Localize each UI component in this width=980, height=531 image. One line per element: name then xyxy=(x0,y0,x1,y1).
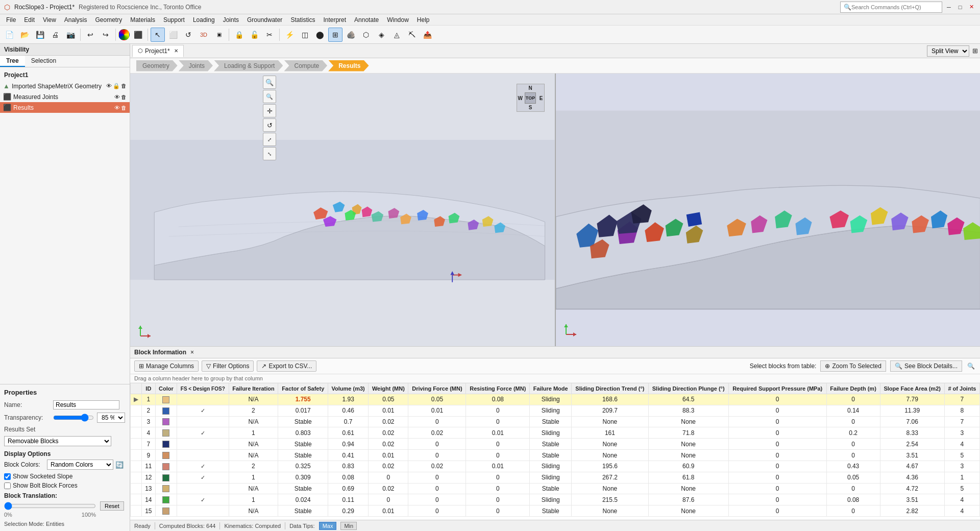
table-row[interactable]: 2✓20.0170.460.010.010Sliding209.788.300.… xyxy=(131,405,980,416)
table-row[interactable]: 13N/AStable0.690.0200StableNoneNone004.7… xyxy=(131,483,980,494)
wf-results[interactable]: Results xyxy=(328,60,369,71)
menu-analysis[interactable]: Analysis xyxy=(60,15,91,25)
export-csv-button[interactable]: ↗ Export to CSV... xyxy=(257,360,316,372)
doc-tab-project[interactable]: ⬡ Project1* ✕ xyxy=(132,45,184,57)
block-colors-select[interactable]: Random Colors xyxy=(47,460,113,470)
lock-icon[interactable]: 🔒 xyxy=(232,28,246,42)
print-button[interactable]: 🖨 xyxy=(48,28,62,42)
results-set-select[interactable]: Removable Blocks xyxy=(4,436,111,446)
menu-edit[interactable]: Edit xyxy=(20,15,39,25)
tab-selection[interactable]: Selection xyxy=(25,56,62,67)
viewport-left[interactable]: N S E W TOP xyxy=(130,74,556,346)
export-btn[interactable]: 📤 xyxy=(420,28,434,42)
col-failure-depth[interactable]: Failure Depth (m) xyxy=(826,383,880,394)
zoom-in-btn[interactable]: 🔍 xyxy=(263,76,276,89)
table-search-icon[interactable]: 🔍 xyxy=(966,361,976,371)
tree-item-results[interactable]: ⬛ Results 👁 🗑 xyxy=(0,102,130,113)
front-btn[interactable]: ▣ xyxy=(212,28,226,42)
transparency-select[interactable]: 85 % xyxy=(97,413,125,423)
col-weight[interactable]: Weight (MN) xyxy=(369,383,408,394)
wf-compute[interactable]: Compute xyxy=(284,60,327,71)
color-button[interactable] xyxy=(118,29,130,40)
snap-btn[interactable]: ⚡ xyxy=(282,28,297,42)
wf-loading[interactable]: Loading & Support xyxy=(214,60,283,71)
rotate-btn[interactable]: ↺ xyxy=(181,28,195,42)
command-search[interactable]: 🔍 xyxy=(840,2,942,13)
table-row[interactable]: ▶1N/A1.7551.930.050.050.08Sliding168.664… xyxy=(131,394,980,405)
transparency-slider[interactable] xyxy=(53,414,94,422)
menu-help[interactable]: Help xyxy=(413,15,434,25)
view-toggle[interactable]: ⬛ xyxy=(131,28,145,42)
col-volume[interactable]: Volume (m3) xyxy=(328,383,368,394)
eye-icon-joints[interactable]: 👁 xyxy=(114,94,120,100)
col-fos[interactable]: Factor of Safety xyxy=(278,383,328,394)
table-row[interactable]: 9N/AStable0.410.0100StableNoneNone003.51… xyxy=(131,450,980,461)
show-bolt-checkbox[interactable] xyxy=(4,482,11,489)
menu-groundwater[interactable]: Groundwater xyxy=(243,15,286,25)
table-row[interactable]: 12✓10.3090.08000Sliding267.261.800.054.3… xyxy=(131,472,980,483)
expand-icon[interactable]: ⊞ xyxy=(972,47,978,55)
col-sliding-trend[interactable]: Sliding Direction Trend (°) xyxy=(572,383,648,394)
lock-icon-geo[interactable]: 🔒 xyxy=(113,83,120,89)
col-slope-area[interactable]: Slope Face Area (m2) xyxy=(880,383,944,394)
maximize-button[interactable]: □ xyxy=(955,3,965,12)
minimize-button[interactable]: ─ xyxy=(944,3,953,12)
delete-icon-geo[interactable]: 🗑 xyxy=(121,83,127,89)
menu-annotate[interactable]: Annotate xyxy=(350,15,383,25)
col-num-joints[interactable]: # of Joints xyxy=(944,383,979,394)
manage-columns-button[interactable]: ⊞ Manage Columns xyxy=(134,360,199,372)
col-color[interactable]: Color xyxy=(155,383,177,394)
table-row[interactable]: 7N/AStable0.940.0200StableNoneNone002.54… xyxy=(131,439,980,450)
refresh-icon[interactable]: 🔄 xyxy=(115,461,124,469)
max-badge[interactable]: Max xyxy=(319,522,337,530)
menu-joints[interactable]: Joints xyxy=(219,15,243,25)
close-button[interactable]: ✕ xyxy=(967,3,976,12)
menu-file[interactable]: File xyxy=(2,15,20,25)
select-arrow[interactable]: ↖ xyxy=(151,28,165,42)
rotate-3d-btn[interactable]: ↺ xyxy=(263,118,276,132)
new-button[interactable]: 📄 xyxy=(2,28,16,42)
col-req-support[interactable]: Required Support Pressure (MPa) xyxy=(728,383,826,394)
table-row[interactable]: 14✓10.0240.11000Sliding215.587.600.083.5… xyxy=(131,494,980,505)
table-row[interactable]: 3N/AStable0.70.0200StableNoneNone007.067 xyxy=(131,416,980,427)
col-driving-force[interactable]: Driving Force (MN) xyxy=(408,383,466,394)
eye-icon-geo[interactable]: 👁 xyxy=(106,83,112,89)
open-button[interactable]: 📂 xyxy=(17,28,32,42)
reset-button[interactable]: Reset xyxy=(100,501,124,511)
doc-tab-close[interactable]: ✕ xyxy=(174,48,178,54)
tree-item-geometry[interactable]: ▲ Imported ShapeMetriX Geometry 👁 🔒 🗑 xyxy=(0,81,130,91)
mesh-btn[interactable]: ◫ xyxy=(298,28,312,42)
fill-btn[interactable]: ⬤ xyxy=(313,28,327,42)
menu-interpret[interactable]: Interpret xyxy=(319,15,350,25)
menu-statistics[interactable]: Statistics xyxy=(286,15,319,25)
expand-view-btn[interactable]: ⤡ xyxy=(263,147,276,160)
menu-loading[interactable]: Loading xyxy=(189,15,219,25)
menu-window[interactable]: Window xyxy=(383,15,413,25)
cut-icon[interactable]: ✂ xyxy=(262,28,277,42)
zoom-out-btn[interactable]: 🔍 xyxy=(263,90,276,103)
table-row[interactable]: 15N/AStable0.290.0100StableNoneNone002.8… xyxy=(131,505,980,517)
block-btn[interactable]: ⬡ xyxy=(359,28,373,42)
eye-icon-results[interactable]: 👁 xyxy=(114,105,120,111)
rock-btn[interactable]: 🪨 xyxy=(344,28,358,42)
block-info-close-btn[interactable]: × xyxy=(190,349,194,356)
table-container[interactable]: ID Color FS < Design FOS? Failure Iterat… xyxy=(130,383,980,520)
screenshot-button[interactable]: 📷 xyxy=(63,28,78,42)
table-row[interactable]: 11✓20.3250.830.020.020.01Sliding195.660.… xyxy=(131,461,980,472)
wf-geometry[interactable]: Geometry xyxy=(136,60,178,71)
min-badge[interactable]: Min xyxy=(340,522,357,530)
table-row[interactable]: 4✓10.8030.610.020.020.01Sliding16171.800… xyxy=(131,427,980,439)
translation-slider[interactable] xyxy=(4,502,96,510)
box-select[interactable]: ⬜ xyxy=(166,28,180,42)
see-details-button[interactable]: 🔍 See Block Details... xyxy=(890,360,962,372)
surface-btn[interactable]: ◈ xyxy=(374,28,388,42)
pan-btn[interactable]: ✛ xyxy=(263,104,276,117)
show-socketed-checkbox[interactable] xyxy=(4,473,11,480)
wf-joints[interactable]: Joints xyxy=(179,60,213,71)
col-failure-iteration[interactable]: Failure Iteration xyxy=(229,383,278,394)
save-button[interactable]: 💾 xyxy=(33,28,47,42)
name-input[interactable] xyxy=(53,400,119,409)
delete-icon-results[interactable]: 🗑 xyxy=(121,105,127,111)
viewport-right[interactable] xyxy=(556,74,981,346)
col-failure-mode[interactable]: Failure Mode xyxy=(530,383,572,394)
